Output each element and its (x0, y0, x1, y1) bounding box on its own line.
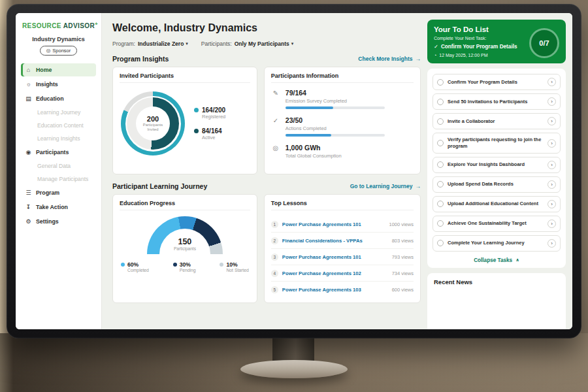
chevron-right-icon[interactable]: › (547, 117, 556, 125)
sidebar-item-general-data[interactable]: General Data (21, 160, 96, 172)
task-row-upload-educational-content[interactable]: Upload Additional Educational Content › (433, 196, 561, 212)
task-checkbox[interactable] (437, 79, 444, 86)
not-started-dot (220, 263, 223, 267)
top-lessons-card: Top Lessons 1 Power Purchase Agreements … (264, 194, 421, 303)
lesson-row: 1 Power Purchase Agreements 101 1000 vie… (271, 216, 414, 233)
task-label: Verify participants requesting to join t… (448, 137, 544, 150)
task-row-invite-collaborator[interactable]: Invite a Collaborator › (433, 113, 561, 129)
legend-item-pending: 30% Pending (173, 262, 196, 272)
logo-advisor: ADVISOR (63, 22, 95, 29)
page-title: Welcome, Industry Dynamics (112, 22, 421, 34)
right-column: Your To Do List Complete Your Next Task:… (427, 20, 566, 329)
task-checkbox[interactable] (437, 118, 444, 125)
invited-donut-chart: 200 Participants Invited (121, 91, 185, 155)
section-title: Participant Learning Journey (112, 182, 207, 190)
actions-progress-bar (286, 134, 385, 137)
monitor-bezel: RESOURCE ADVISOR+ Industry Dynamics ◎ Sp… (7, 4, 581, 338)
task-row-send-invitations[interactable]: Send 50 Invitations to Participants › (433, 93, 561, 110)
learning-cards-row: Education Progress 150 Participants (112, 194, 421, 303)
task-checkbox[interactable] (437, 240, 444, 246)
participants-icon: ◉ (25, 149, 32, 155)
task-label: Complete Your Learning Journey (448, 240, 544, 246)
take-action-icon: ↧ (25, 204, 32, 210)
dashboard-screen: RESOURCE ADVISOR+ Industry Dynamics ◎ Sp… (16, 13, 572, 329)
chevron-right-icon[interactable]: › (547, 161, 556, 169)
legend-value: 84/164 (202, 127, 222, 135)
invited-count-label: Participants Invited (139, 123, 167, 132)
filter-bar: Program: Industrialize Zero ▾ Participan… (112, 41, 421, 47)
legend-value: 10% (226, 262, 248, 268)
education-icon: ▤ (25, 95, 32, 102)
info-row-consumption: ◎ 1,000 GWh Total Global Consumption (271, 144, 414, 161)
task-row-upload-spend-data[interactable]: Upload Spend Data Records › (433, 176, 561, 193)
sidebar-item-insights[interactable]: ☼ Insights (21, 78, 96, 91)
task-row-complete-learning-journey[interactable]: Complete Your Learning Journey › (433, 235, 561, 252)
task-checkbox[interactable] (437, 99, 444, 105)
info-value: 1,000 GWh (286, 144, 342, 152)
sidebar-item-take-action[interactable]: ↧ Take Action (21, 201, 96, 214)
info-value: 79/164 (286, 89, 385, 97)
task-row-verify-participants[interactable]: Verify participants requesting to join t… (433, 133, 561, 154)
lesson-views: 793 views (392, 254, 414, 260)
emission-survey-progress-bar (286, 106, 385, 109)
task-row-achieve-target[interactable]: Achieve One Sustainability Target › (433, 216, 561, 232)
sponsor-icon: ◎ (46, 48, 51, 54)
program-icon: ☰ (25, 189, 32, 196)
lesson-link[interactable]: Power Purchase Agreements 102 (282, 270, 388, 276)
task-checkbox[interactable] (437, 201, 444, 207)
sidebar-item-home[interactable]: ⌂ Home (21, 63, 96, 76)
task-row-confirm-program[interactable]: Confirm Your Program Details › (433, 74, 561, 90)
lesson-views: 803 views (392, 238, 414, 244)
lesson-link[interactable]: Power Purchase Agreements 101 (282, 254, 388, 260)
gauge-value: 150 (178, 237, 191, 246)
participants-select[interactable]: Participants: Only My Participants ▾ (201, 41, 293, 47)
chevron-right-icon[interactable]: › (547, 200, 556, 208)
check-more-insights-link[interactable]: Check More Insights → (358, 56, 421, 62)
todo-next-task[interactable]: ✓ Confirm Your Program Details (434, 44, 521, 50)
insights-cards-row: Invited Participants 200 Participants In… (112, 67, 421, 174)
collapse-caret-icon: ∧ (515, 257, 519, 263)
task-row-explore-insights[interactable]: Explore Your Insights Dashboard › (433, 157, 561, 173)
chevron-right-icon[interactable]: › (547, 78, 556, 86)
lesson-rank: 1 (271, 221, 278, 228)
sidebar-item-settings[interactable]: ⚙ Settings (21, 215, 96, 228)
chevron-right-icon[interactable]: › (547, 139, 556, 148)
card-title: Participants Information (271, 73, 414, 83)
sidebar-item-education-content[interactable]: Education Content (21, 120, 96, 131)
sidebar-item-participants[interactable]: ◉ Participants (21, 146, 96, 159)
arrow-right-icon: → (416, 56, 421, 62)
chevron-right-icon[interactable]: › (547, 220, 556, 228)
task-checkbox[interactable] (437, 161, 444, 168)
task-checkbox[interactable] (437, 220, 444, 227)
recent-news-title: Recent News (434, 278, 559, 286)
task-checkbox[interactable] (437, 140, 444, 146)
legend-value: 30% (180, 262, 196, 268)
go-to-learning-journey-link[interactable]: Go to Learning Journey → (350, 183, 421, 189)
lesson-row: 4 Power Purchase Agreements 102 734 view… (271, 265, 414, 282)
sidebar-item-label: Learning Insights (37, 135, 80, 142)
chevron-right-icon[interactable]: › (547, 180, 556, 189)
lesson-link[interactable]: Financial Considerations - VPPAs (282, 238, 388, 244)
sidebar-item-learning-insights[interactable]: Learning Insights (21, 133, 96, 144)
task-label: Explore Your Insights Dashboard (448, 161, 544, 168)
collapse-tasks-button[interactable]: Collapse Tasks ∧ (433, 255, 561, 265)
todo-list-card: Your To Do List Complete Your Next Task:… (427, 20, 566, 63)
lesson-link[interactable]: Power Purchase Agreements 101 (282, 221, 385, 227)
sidebar-item-education[interactable]: ▤ Education (21, 92, 96, 105)
card-title: Invited Participants (120, 73, 250, 83)
chevron-right-icon[interactable]: › (547, 97, 556, 106)
sidebar-item-manage-participants[interactable]: Manage Participants (21, 173, 96, 185)
check-icon: ✓ (434, 44, 438, 50)
task-checkbox[interactable] (437, 181, 444, 188)
clock-icon: ◔ (434, 53, 436, 57)
chevron-right-icon[interactable]: › (547, 239, 556, 248)
sidebar-item-learning-journey[interactable]: Learning Journey (21, 106, 96, 118)
program-select[interactable]: Program: Industrialize Zero ▾ (112, 41, 188, 47)
settings-icon: ⚙ (25, 218, 32, 225)
completed-dot (121, 263, 125, 267)
task-label: Invite a Collaborator (448, 118, 544, 125)
lesson-link[interactable]: Power Purchase Agreements 103 (282, 287, 388, 293)
sidebar-item-program[interactable]: ☰ Program (21, 186, 96, 199)
chevron-down-icon: ▾ (291, 41, 294, 46)
sidebar-item-label: Learning Journey (37, 109, 80, 116)
